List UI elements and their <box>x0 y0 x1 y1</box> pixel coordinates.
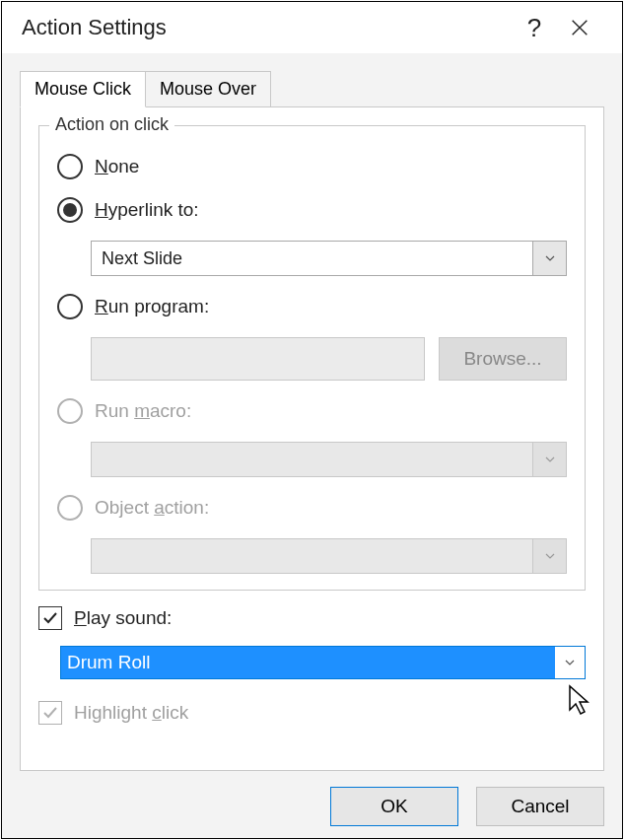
action-on-click-group: Action on click None Hyperlink to: Next … <box>38 125 586 591</box>
object-action-value <box>91 538 533 574</box>
macro-dropdown-button <box>533 442 567 477</box>
object-action-combo <box>91 538 567 574</box>
radio-run-program-label: Run program: <box>95 296 209 317</box>
dialog-footer: OK Cancel <box>20 771 604 826</box>
radio-hyperlink-row[interactable]: Hyperlink to: <box>57 197 567 223</box>
play-sound-row[interactable]: Play sound: <box>38 606 586 630</box>
radio-none-row[interactable]: None <box>57 154 567 179</box>
chevron-down-icon <box>544 550 556 562</box>
tab-mouse-click[interactable]: Mouse Click <box>20 71 146 107</box>
tab-panel: Action on click None Hyperlink to: Next … <box>20 106 604 771</box>
radio-object-action-label: Object action: <box>95 497 209 519</box>
radio-none[interactable] <box>57 154 83 179</box>
group-legend: Action on click <box>49 114 174 135</box>
titlebar: Action Settings ? <box>2 2 622 53</box>
radio-run-program-row[interactable]: Run program: <box>57 294 567 319</box>
play-sound-checkbox[interactable] <box>38 606 62 630</box>
cancel-button[interactable]: Cancel <box>476 787 604 826</box>
sound-combo[interactable]: Drum Roll <box>60 646 586 679</box>
radio-run-macro-row: Run macro: <box>57 398 567 424</box>
close-icon <box>569 17 590 38</box>
action-settings-dialog: Action Settings ? Mouse Click Mouse Over… <box>1 1 623 839</box>
ok-button[interactable]: OK <box>330 787 458 826</box>
help-button[interactable]: ? <box>512 5 557 50</box>
sound-dropdown-button[interactable] <box>555 647 585 678</box>
radio-none-label: None <box>95 156 139 177</box>
chevron-down-icon <box>544 454 556 465</box>
highlight-click-label: Highlight click <box>74 702 188 724</box>
highlight-click-row: Highlight click <box>38 701 586 725</box>
chevron-down-icon <box>544 252 556 264</box>
highlight-click-checkbox <box>38 701 62 725</box>
close-button[interactable] <box>557 5 602 50</box>
radio-hyperlink[interactable] <box>57 197 83 223</box>
dialog-title: Action Settings <box>22 15 512 40</box>
tab-mouse-over[interactable]: Mouse Over <box>145 71 271 107</box>
browse-button[interactable]: Browse... <box>439 337 567 381</box>
chevron-down-icon <box>564 657 576 668</box>
hyperlink-value[interactable]: Next Slide <box>91 241 533 276</box>
radio-run-program[interactable] <box>57 294 83 319</box>
macro-value <box>91 442 533 477</box>
run-program-row: Browse... <box>91 337 567 381</box>
macro-combo <box>91 442 567 477</box>
checkmark-icon <box>42 610 58 626</box>
radio-object-action <box>57 495 83 521</box>
tab-strip: Mouse Click Mouse Over <box>20 71 604 107</box>
radio-object-action-row: Object action: <box>57 495 567 521</box>
object-action-dropdown-button <box>533 538 567 574</box>
hyperlink-combo[interactable]: Next Slide <box>91 241 567 276</box>
radio-run-macro-label: Run macro: <box>95 400 191 422</box>
run-program-input[interactable] <box>91 337 425 381</box>
hyperlink-dropdown-button[interactable] <box>533 241 567 276</box>
checkmark-icon <box>42 705 58 721</box>
radio-hyperlink-label: Hyperlink to: <box>95 199 199 221</box>
sound-value[interactable]: Drum Roll <box>61 647 555 678</box>
play-sound-label: Play sound: <box>74 607 172 629</box>
content-area: Mouse Click Mouse Over Action on click N… <box>2 53 622 838</box>
radio-run-macro <box>57 398 83 424</box>
